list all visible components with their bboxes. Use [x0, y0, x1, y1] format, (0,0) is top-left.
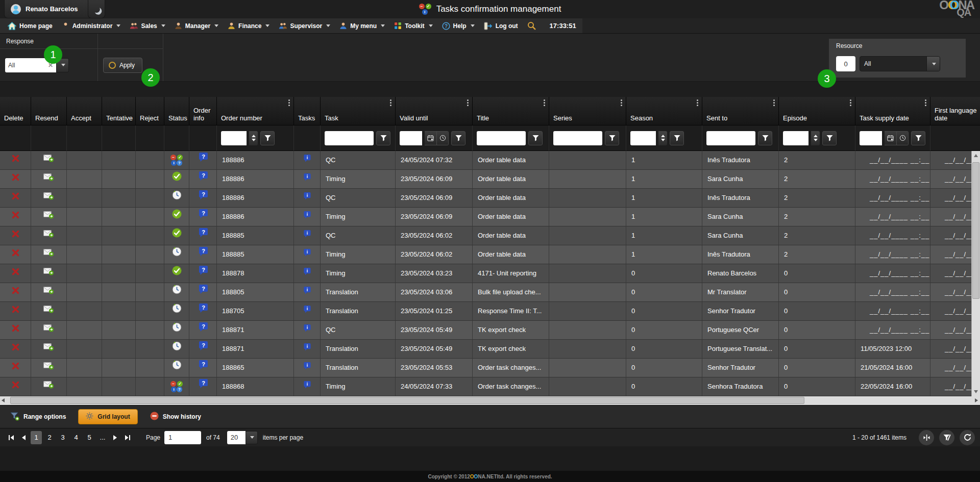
show-history-button[interactable]: Show history	[146, 409, 205, 424]
cell-orderinfo[interactable]: ?	[189, 283, 217, 302]
resend-icon[interactable]	[43, 208, 54, 226]
task-info-icon[interactable]: i	[303, 208, 311, 226]
cell-orderinfo[interactable]: ?	[189, 226, 217, 245]
filter-button[interactable]	[670, 131, 684, 145]
cell-orderinfo[interactable]: ?	[189, 359, 217, 377]
cell-orderinfo[interactable]: ?	[189, 340, 217, 359]
order-info-icon[interactable]: ?	[198, 170, 208, 188]
clock-icon[interactable]	[436, 132, 448, 145]
filter-button[interactable]	[605, 131, 619, 145]
column-header-series[interactable]: Series	[549, 97, 626, 125]
cell-tasks[interactable]: i	[294, 359, 321, 377]
cell-delete[interactable]	[0, 302, 31, 321]
next-page-button[interactable]	[109, 432, 121, 444]
filter-input-task[interactable]	[325, 131, 374, 145]
menu-item-toolkit[interactable]: Toolkit	[389, 18, 437, 33]
page-button-2[interactable]: 2	[44, 431, 55, 444]
task-info-icon[interactable]: i	[303, 302, 311, 320]
column-header-sentto[interactable]: Sent to	[702, 97, 779, 125]
first-page-button[interactable]	[5, 432, 17, 444]
column-header-season[interactable]: Season	[626, 97, 702, 125]
resource-count-input[interactable]	[836, 56, 855, 71]
task-info-icon[interactable]: i	[303, 151, 311, 169]
cell-tasks[interactable]: i	[294, 321, 321, 340]
cell-tasks[interactable]: i	[294, 189, 321, 208]
filter-input-episode[interactable]	[783, 131, 808, 145]
order-info-icon[interactable]: ?	[198, 283, 208, 301]
cell-delete[interactable]	[0, 377, 31, 396]
page-button-4[interactable]: 4	[70, 431, 82, 444]
cell-orderinfo[interactable]: ?	[189, 170, 217, 189]
cell-delete[interactable]	[0, 170, 31, 189]
cell-resend[interactable]	[31, 283, 67, 302]
cell-resend[interactable]	[31, 170, 67, 189]
refresh-button[interactable]	[960, 430, 975, 445]
column-header-resend[interactable]: Resend	[31, 97, 67, 125]
cell-delete[interactable]	[0, 151, 31, 170]
scroll-up-icon[interactable]	[972, 151, 980, 160]
filter-button[interactable]	[758, 131, 772, 145]
cell-tasks[interactable]: i	[294, 208, 321, 226]
cell-resend[interactable]	[31, 226, 67, 245]
resend-icon[interactable]	[43, 151, 54, 169]
column-menu-icon[interactable]	[467, 99, 469, 106]
cell-resend[interactable]	[31, 340, 67, 359]
filter-input-ordernumber[interactable]	[221, 131, 247, 145]
task-info-icon[interactable]: i	[303, 359, 311, 377]
cell-resend[interactable]	[31, 264, 67, 283]
task-info-icon[interactable]: i	[303, 226, 311, 245]
cell-orderinfo[interactable]: ?	[189, 377, 217, 396]
resend-icon[interactable]	[43, 245, 54, 264]
menu-item-home-page[interactable]: Home page	[3, 18, 57, 33]
page-button-3[interactable]: 3	[57, 431, 68, 444]
cell-tasks[interactable]: i	[294, 340, 321, 359]
user-menu[interactable]: Renato Barcelos	[4, 0, 96, 18]
column-header-validuntil[interactable]: Valid until	[396, 97, 473, 125]
task-info-icon[interactable]: i	[303, 321, 311, 339]
resource-dropdown[interactable]: All	[860, 56, 940, 71]
page-input[interactable]	[164, 431, 201, 444]
apply-button[interactable]: Apply	[103, 58, 142, 73]
order-info-icon[interactable]: ?	[198, 189, 208, 207]
cell-delete[interactable]	[0, 283, 31, 302]
resend-icon[interactable]	[43, 283, 54, 301]
delete-icon[interactable]	[12, 264, 19, 283]
column-header-tentative[interactable]: Tentative	[102, 97, 136, 125]
column-header-ordernumber[interactable]: Order number	[217, 97, 294, 125]
filter-input-season[interactable]	[630, 131, 656, 145]
cell-resend[interactable]	[31, 151, 67, 170]
order-info-icon[interactable]: ?	[198, 226, 208, 245]
column-menu-icon[interactable]	[621, 99, 622, 106]
task-info-icon[interactable]: i	[303, 340, 311, 358]
task-info-icon[interactable]: i	[303, 377, 311, 396]
filter-input-validuntil[interactable]	[400, 131, 422, 145]
cell-orderinfo[interactable]: ?	[189, 189, 217, 208]
cell-resend[interactable]	[31, 321, 67, 340]
cell-tasks[interactable]: i	[294, 245, 321, 264]
menu-item-finance[interactable]: Finance	[223, 18, 274, 33]
column-header-orderinfo[interactable]: Order info	[189, 97, 217, 125]
resend-icon[interactable]	[43, 226, 54, 245]
page-size-dropdown[interactable]: 20	[227, 431, 258, 444]
task-info-icon[interactable]: i	[303, 189, 311, 207]
column-menu-icon[interactable]	[773, 99, 775, 106]
delete-icon[interactable]	[12, 208, 19, 226]
cell-tasks[interactable]: i	[294, 170, 321, 189]
menu-item-sales[interactable]: Sales	[125, 18, 169, 33]
column-menu-icon[interactable]	[850, 99, 851, 106]
page-button-5[interactable]: 5	[84, 431, 95, 444]
cell-orderinfo[interactable]: ?	[189, 151, 217, 170]
column-header-supplydate[interactable]: Task supply date	[855, 97, 930, 125]
cell-resend[interactable]	[31, 302, 67, 321]
filter-input-title[interactable]	[477, 131, 526, 145]
scroll-right-icon[interactable]	[975, 398, 978, 402]
resource-dropdown-button[interactable]	[926, 57, 940, 71]
resend-icon[interactable]	[43, 340, 54, 358]
resend-icon[interactable]	[43, 321, 54, 339]
task-info-icon[interactable]: i	[303, 170, 311, 188]
filter-button[interactable]	[822, 131, 837, 145]
horizontal-scroll-thumb[interactable]	[10, 397, 804, 404]
cell-orderinfo[interactable]: ?	[189, 321, 217, 340]
horizontal-scrollbar[interactable]	[0, 396, 980, 405]
resend-icon[interactable]	[43, 377, 54, 396]
